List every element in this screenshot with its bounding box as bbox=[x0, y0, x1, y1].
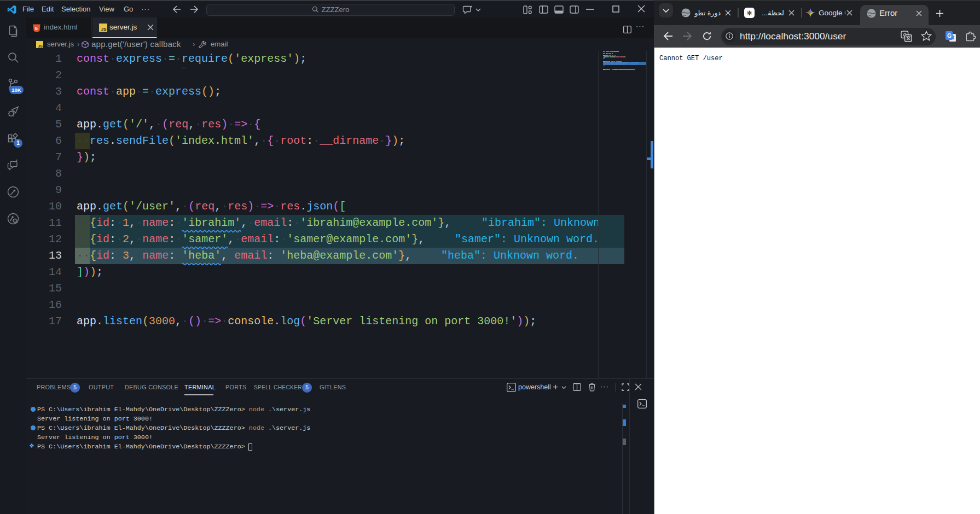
svg-text:5: 5 bbox=[34, 25, 38, 31]
svg-text:G: G bbox=[947, 32, 952, 39]
